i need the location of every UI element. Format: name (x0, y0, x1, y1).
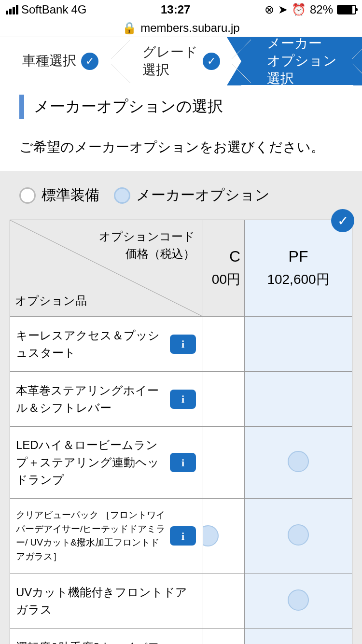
accent-bar (19, 95, 24, 119)
cell-c[interactable] (203, 427, 245, 499)
url-bar[interactable]: 🔒 members.subaru.jp (0, 19, 362, 37)
carrier-label: SoftBank (21, 3, 68, 16)
step-label: グレード 選択 (142, 43, 198, 79)
info-button[interactable]: i (170, 335, 196, 354)
rotation-lock-icon: ⊗ (265, 3, 274, 16)
legend-option: メーカーオプション (114, 185, 270, 205)
status-left: SoftBank 4G (6, 3, 86, 16)
options-table-wrap: ✓ オプションコード 価格（税込） オプション品 C (10, 220, 352, 644)
cell-pf[interactable] (245, 372, 352, 427)
legend-label: メーカーオプション (136, 185, 270, 205)
cell-pf[interactable] (245, 317, 352, 372)
column-pf[interactable]: PF 102,600円 (245, 220, 352, 317)
status-bar: SoftBank 4G 13:27 ⊗ ➤ ⏰ 82% (0, 0, 362, 19)
status-right: ⊗ ➤ ⏰ 82% (265, 3, 356, 16)
circle-filled-icon (114, 187, 130, 204)
section-title: メーカーオプションの選択 (0, 85, 362, 128)
location-icon: ➤ (278, 3, 288, 16)
section-title-text: メーカーオプションの選択 (34, 96, 223, 117)
table-corner: オプションコード 価格（税込） オプション品 (10, 220, 203, 317)
corner-bottom-label: オプション品 (15, 293, 87, 308)
cell-pf[interactable] (245, 629, 352, 644)
option-circle-icon (288, 524, 309, 546)
table-row: クリアビューパック ［フロントワイパーデアイサー/ヒーテッドドアミラー/ UVカ… (10, 499, 352, 574)
cell-pf[interactable] (245, 499, 352, 574)
signal-icon (6, 5, 18, 14)
url-text: members.subaru.jp (140, 21, 239, 35)
circle-icon (19, 187, 36, 204)
option-circle-icon (203, 525, 219, 546)
option-name: 運転席&助手席8ウェイパワーシート (16, 639, 197, 644)
table-row: UVカット機能付きフロントドアガラス (10, 574, 352, 629)
col-price: 00円 (203, 270, 240, 289)
option-name-cell: UVカット機能付きフロントドアガラス (10, 574, 203, 629)
options-table: オプションコード 価格（税込） オプション品 C 00円 PF 102,600 (10, 220, 352, 644)
alarm-icon: ⏰ (292, 3, 306, 16)
option-name-cell: 運転席&助手席8ウェイパワーシート i (10, 629, 203, 644)
lock-icon: 🔒 (122, 21, 137, 35)
info-button[interactable]: i (170, 526, 196, 546)
options-content: 標準装備 メーカーオプション ✓ オプションコード 価格（税込） オプション品 (0, 171, 362, 644)
option-name-cell: クリアビューパック ［フロントワイパーデアイサー/ヒーテッドドアミラー/ UVカ… (10, 499, 203, 574)
table-row: 運転席&助手席8ウェイパワーシート i (10, 629, 352, 644)
column-c[interactable]: C 00円 (203, 220, 245, 317)
cell-c[interactable] (203, 574, 245, 629)
cell-c[interactable] (203, 629, 245, 644)
cell-c[interactable] (203, 499, 245, 574)
check-icon: ✓ (81, 53, 98, 70)
battery-icon (337, 5, 356, 14)
option-circle-icon (288, 451, 309, 472)
step-option[interactable]: メーカー オプション 選択 (241, 37, 362, 85)
cell-c[interactable] (203, 317, 245, 372)
legend-standard: 標準装備 (19, 185, 99, 205)
cell-pf[interactable] (245, 427, 352, 499)
info-button[interactable]: i (170, 453, 196, 472)
col-price: 102,600円 (245, 270, 352, 289)
option-circle-icon (288, 589, 309, 611)
network-label: 4G (71, 3, 86, 16)
option-name-cell: キーレスアクセス＆プッシュスタート i (10, 317, 203, 372)
option-name: UVカット機能付きフロントドアガラス (16, 584, 197, 618)
legend: 標準装備 メーカーオプション (10, 185, 352, 220)
step-model[interactable]: 車種選択 ✓ (0, 37, 121, 85)
option-name-cell: 本革巻ステアリングホイール＆シフトレバー i (10, 372, 203, 427)
cell-pf[interactable] (245, 574, 352, 629)
table-row: キーレスアクセス＆プッシュスタート i (10, 317, 352, 372)
col-code: C (203, 248, 240, 266)
check-icon: ✓ (203, 53, 220, 70)
option-name-cell: LEDハイ＆ロービームランプ＋ステアリング連動ヘッドランプ i (10, 427, 203, 499)
step-label: 車種選択 (22, 52, 76, 70)
table-row: 本革巻ステアリングホイール＆シフトレバー i (10, 372, 352, 427)
battery-pct: 82% (310, 3, 333, 16)
legend-label: 標準装備 (42, 185, 99, 205)
breadcrumb-steps: 車種選択 ✓ グレード 選択 ✓ メーカー オプション 選択 (0, 37, 362, 85)
step-label: メーカー オプション 選択 (267, 35, 337, 87)
step-grade[interactable]: グレード 選択 ✓ (121, 37, 241, 85)
corner-top-label: オプションコード 価格（税込） (99, 228, 195, 263)
selected-check-icon: ✓ (331, 209, 354, 232)
instruction-text: ご希望のメーカーオプションをお選びください。 (0, 128, 362, 171)
table-row: LEDハイ＆ロービームランプ＋ステアリング連動ヘッドランプ i (10, 427, 352, 499)
col-code: PF (245, 248, 352, 266)
cell-c[interactable] (203, 372, 245, 427)
info-button[interactable]: i (170, 390, 196, 409)
status-time: 13:27 (86, 3, 265, 16)
